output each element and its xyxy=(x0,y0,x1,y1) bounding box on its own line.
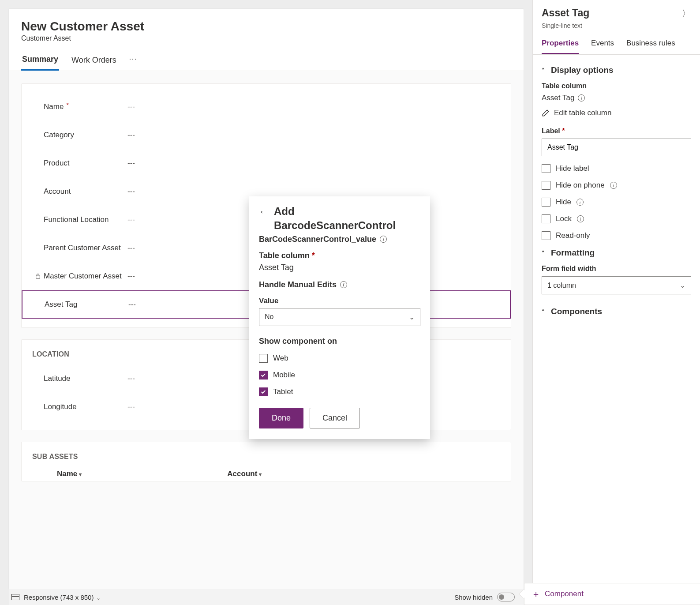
form-tabs: Summary Work Orders ⋯ xyxy=(9,46,524,71)
chevron-up-icon: ˄ xyxy=(542,308,545,315)
section-formatting[interactable]: ˄ Formatting xyxy=(542,248,691,258)
checkbox-read-only[interactable]: Read-only xyxy=(542,231,691,240)
status-bar: Responsive (743 x 850)⌄ Show hidden xyxy=(9,589,524,605)
handle-manual-edits-label: Handle Manual Edits i xyxy=(259,280,420,289)
column-header-name[interactable]: Name▾ xyxy=(57,470,82,478)
show-component-on-label: Show component on xyxy=(259,337,420,346)
field-label: Longitude xyxy=(44,402,127,411)
cancel-button[interactable]: Cancel xyxy=(310,408,360,428)
checkbox-checked-icon xyxy=(259,387,268,396)
info-icon[interactable]: i xyxy=(610,182,617,189)
field-label: Functional Location xyxy=(44,215,127,224)
field-label: Name xyxy=(44,102,64,111)
checkbox-hide-on-phone[interactable]: Hide on phone i xyxy=(542,181,691,190)
collapse-panel-icon[interactable]: 〉 xyxy=(681,7,691,20)
field-label: Parent Customer Asset xyxy=(44,244,127,252)
props-subtitle: Single-line text xyxy=(533,22,700,32)
checkbox-icon xyxy=(542,198,550,207)
platform-tablet[interactable]: Tablet xyxy=(259,387,420,396)
checkbox-hide-label[interactable]: Hide label xyxy=(542,164,691,173)
show-hidden-label: Show hidden xyxy=(454,594,493,601)
checkbox-hide[interactable]: Hide i xyxy=(542,198,691,207)
table-column-value: Asset Tag xyxy=(542,94,574,102)
info-icon[interactable]: i xyxy=(578,94,585,101)
field-label: Asset Tag xyxy=(45,300,128,309)
field-value: --- xyxy=(127,102,135,111)
form-field-width-select[interactable]: 1 column ⌄ xyxy=(542,276,691,294)
value-label: Value xyxy=(259,297,420,305)
popup-table-column-value: Asset Tag xyxy=(259,263,420,272)
plus-icon: ＋ xyxy=(532,590,540,598)
checkbox-icon xyxy=(259,354,268,363)
field-value: --- xyxy=(127,374,135,383)
field-value: --- xyxy=(127,159,135,168)
required-icon: * xyxy=(66,101,69,109)
show-hidden-toggle[interactable] xyxy=(497,593,515,601)
page-title: New Customer Asset xyxy=(9,9,524,34)
chevron-up-icon: ˄ xyxy=(542,67,545,74)
checkbox-lock[interactable]: Lock i xyxy=(542,214,691,223)
edit-table-column-link[interactable]: Edit table column xyxy=(542,109,691,117)
props-tab-events[interactable]: Events xyxy=(591,36,614,54)
info-icon[interactable]: i xyxy=(340,281,347,288)
responsive-mode-label[interactable]: Responsive (743 x 850)⌄ xyxy=(24,594,101,601)
layout-icon xyxy=(11,594,19,600)
popup-subtitle: BarCodeScannerControl_value xyxy=(259,235,376,244)
field-value: --- xyxy=(128,300,136,309)
more-tabs-icon[interactable]: ⋯ xyxy=(129,54,137,68)
props-tab-business-rules[interactable]: Business rules xyxy=(626,36,675,54)
svg-rect-0 xyxy=(36,276,40,278)
props-tab-properties[interactable]: Properties xyxy=(542,36,579,54)
props-title: Asset Tag xyxy=(542,7,589,19)
field-value: --- xyxy=(127,131,135,139)
chevron-down-icon: ▾ xyxy=(259,471,262,477)
checkbox-checked-icon xyxy=(259,371,268,380)
pencil-icon xyxy=(542,109,550,117)
form-field-width-label: Form field width xyxy=(542,265,691,273)
field-value: --- xyxy=(127,272,135,281)
entity-name: Customer Asset xyxy=(9,34,524,46)
section-display-options[interactable]: ˄ Display options xyxy=(542,65,691,75)
properties-panel: Asset Tag 〉 Single-line text Properties … xyxy=(532,0,700,605)
checkbox-icon xyxy=(542,164,550,173)
checkbox-icon xyxy=(542,181,550,190)
field-label: Category xyxy=(44,131,127,139)
label-input[interactable] xyxy=(542,139,691,156)
add-component-popup: ← Add BarcodeScannerControl BarCodeScann… xyxy=(249,196,430,439)
popup-title: Add BarcodeScannerControl xyxy=(274,204,396,233)
field-name[interactable]: Name* --- xyxy=(22,93,511,121)
tab-summary[interactable]: Summary xyxy=(21,51,59,71)
field-label: Latitude xyxy=(44,374,127,383)
chevron-down-icon: ▾ xyxy=(79,471,82,477)
chevron-down-icon: ⌄ xyxy=(96,595,101,601)
chevron-down-icon: ⌄ xyxy=(409,313,415,321)
info-icon[interactable]: i xyxy=(577,215,584,222)
section-title: SUB ASSETS xyxy=(22,451,511,467)
chevron-down-icon: ⌄ xyxy=(680,281,685,289)
checkbox-icon xyxy=(542,231,550,240)
platform-web[interactable]: Web xyxy=(259,354,420,363)
platform-mobile[interactable]: Mobile xyxy=(259,371,420,380)
field-value: --- xyxy=(127,402,135,411)
section-components[interactable]: ˄ Components xyxy=(542,307,691,316)
field-label: Account xyxy=(44,187,127,196)
field-category[interactable]: Category --- xyxy=(22,121,511,149)
lock-icon xyxy=(32,273,44,279)
info-icon[interactable]: i xyxy=(576,199,584,206)
table-column-label: Table column xyxy=(542,82,691,90)
done-button[interactable]: Done xyxy=(259,408,303,428)
label-field-label: Label * xyxy=(542,127,691,135)
field-label: Product xyxy=(44,159,127,168)
field-value: --- xyxy=(127,244,135,252)
tab-work-orders[interactable]: Work Orders xyxy=(71,52,117,70)
section-sub-assets: SUB ASSETS Name▾ Account▾ xyxy=(21,442,511,481)
field-value: --- xyxy=(127,215,135,224)
value-select[interactable]: No ⌄ xyxy=(259,308,420,326)
info-icon[interactable]: i xyxy=(380,236,387,243)
chevron-up-icon: ˄ xyxy=(542,250,545,256)
field-product[interactable]: Product --- xyxy=(22,149,511,177)
add-component-button[interactable]: ＋ Component xyxy=(524,583,700,605)
back-arrow-icon[interactable]: ← xyxy=(259,205,269,219)
column-header-account[interactable]: Account▾ xyxy=(227,470,262,478)
popup-table-column-label: Table column * xyxy=(259,251,420,260)
